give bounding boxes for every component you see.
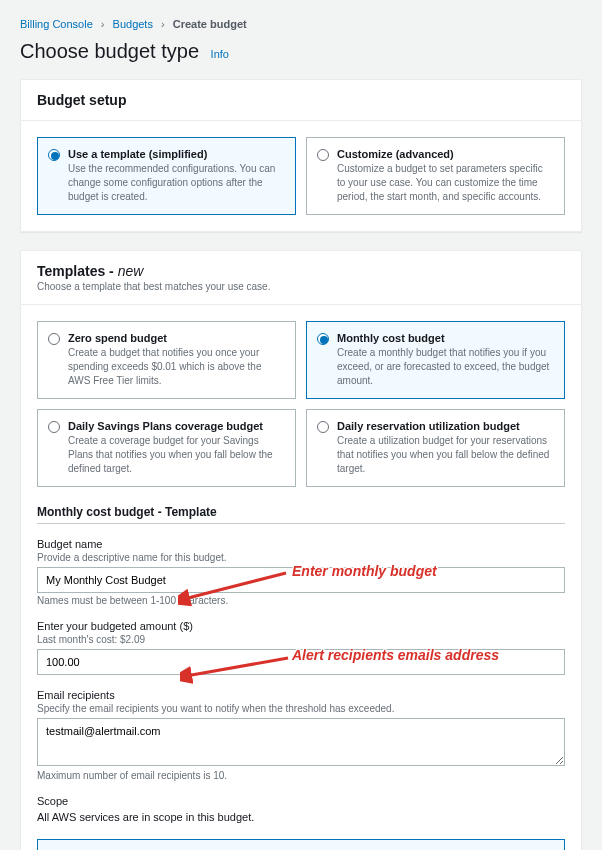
recipients-textarea[interactable] bbox=[37, 718, 565, 766]
chevron-right-icon: › bbox=[101, 18, 105, 30]
panel-desc: Choose a template that best matches your… bbox=[37, 281, 565, 292]
radio-desc: Create a utilization budget for your res… bbox=[337, 434, 552, 476]
field-constraint: Maximum number of email recipients is 10… bbox=[37, 770, 565, 781]
radio-desc: Customize a budget to set parameters spe… bbox=[337, 162, 552, 204]
radio-icon bbox=[317, 421, 329, 433]
radio-desc: Use the recommended configurations. You … bbox=[68, 162, 283, 204]
info-link[interactable]: Info bbox=[211, 48, 229, 60]
breadcrumb: Billing Console › Budgets › Create budge… bbox=[20, 18, 582, 30]
page-title: Choose budget type Info bbox=[20, 40, 582, 63]
radio-reservation-utilization[interactable]: Daily reservation utilization budget Cre… bbox=[306, 409, 565, 487]
radio-savings-plans[interactable]: Daily Savings Plans coverage budget Crea… bbox=[37, 409, 296, 487]
radio-title: Monthly cost budget bbox=[337, 332, 552, 344]
field-hint: Specify the email recipients you want to… bbox=[37, 703, 565, 714]
radio-customize[interactable]: Customize (advanced) Customize a budget … bbox=[306, 137, 565, 215]
radio-icon bbox=[48, 149, 60, 161]
field-constraint: Names must be between 1-100 characters. bbox=[37, 595, 565, 606]
field-label: Budget name bbox=[37, 538, 565, 550]
breadcrumb-root[interactable]: Billing Console bbox=[20, 18, 93, 30]
chevron-right-icon: › bbox=[161, 18, 165, 30]
radio-icon bbox=[48, 333, 60, 345]
field-hint: Last month's cost: $2.09 bbox=[37, 634, 565, 645]
budget-setup-panel: Budget setup Use a template (simplified)… bbox=[20, 79, 582, 232]
field-label: Email recipients bbox=[37, 689, 565, 701]
recipients-field: Email recipients Specify the email recip… bbox=[37, 689, 565, 781]
radio-monthly-cost[interactable]: Monthly cost budget Create a monthly bud… bbox=[306, 321, 565, 399]
field-hint: Provide a descriptive name for this budg… bbox=[37, 552, 565, 563]
radio-title: Zero spend budget bbox=[68, 332, 283, 344]
radio-zero-spend[interactable]: Zero spend budget Create a budget that n… bbox=[37, 321, 296, 399]
radio-desc: Create a monthly budget that notifies yo… bbox=[337, 346, 552, 388]
breadcrumb-mid[interactable]: Budgets bbox=[113, 18, 153, 30]
field-label: Enter your budgeted amount ($) bbox=[37, 620, 565, 632]
info-alert: i You will be notified when 1) your actu… bbox=[37, 839, 565, 850]
radio-title: Daily reservation utilization budget bbox=[337, 420, 552, 432]
radio-use-template[interactable]: Use a template (simplified) Use the reco… bbox=[37, 137, 296, 215]
radio-title: Use a template (simplified) bbox=[68, 148, 283, 160]
panel-header: Budget setup bbox=[21, 80, 581, 121]
amount-field: Enter your budgeted amount ($) Last mont… bbox=[37, 620, 565, 675]
radio-icon bbox=[317, 149, 329, 161]
budget-name-field: Budget name Provide a descriptive name f… bbox=[37, 538, 565, 606]
templates-panel: Templates - new Choose a template that b… bbox=[20, 250, 582, 850]
breadcrumb-current: Create budget bbox=[173, 18, 247, 30]
radio-title: Daily Savings Plans coverage budget bbox=[68, 420, 283, 432]
scope-text: All AWS services are in scope in this bu… bbox=[37, 811, 565, 823]
budget-name-input[interactable] bbox=[37, 567, 565, 593]
scope-field: Scope All AWS services are in scope in t… bbox=[37, 795, 565, 823]
radio-icon bbox=[48, 421, 60, 433]
radio-desc: Create a coverage budget for your Saving… bbox=[68, 434, 283, 476]
radio-desc: Create a budget that notifies you once y… bbox=[68, 346, 283, 388]
section-title: Monthly cost budget - Template bbox=[37, 505, 565, 524]
panel-header: Templates - new bbox=[37, 263, 565, 279]
radio-title: Customize (advanced) bbox=[337, 148, 552, 160]
amount-input[interactable] bbox=[37, 649, 565, 675]
field-label: Scope bbox=[37, 795, 565, 807]
radio-icon bbox=[317, 333, 329, 345]
